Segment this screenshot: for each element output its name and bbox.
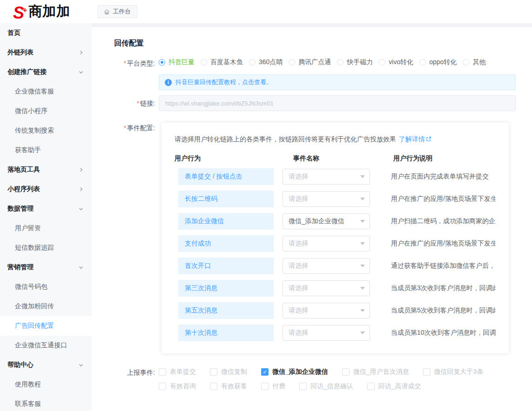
column-header-behavior: 用户行为 xyxy=(175,154,293,163)
checkbox-icon xyxy=(342,368,350,376)
radio-360-dianjing[interactable]: 360点睛 xyxy=(249,58,283,66)
platform-type-label: *平台类型: xyxy=(114,58,155,68)
sidebar-item-label: 联系客服 xyxy=(15,400,41,408)
event-table-header: 用户行为 事件名称 用户行为说明 xyxy=(175,154,496,163)
caret-down-icon xyxy=(360,242,365,245)
checkbox-wechat-add-wecom[interactable]: ✓微信_添加企业微信 xyxy=(261,368,328,376)
checkbox-form-submit[interactable]: 表单提交 xyxy=(159,368,196,376)
event-select[interactable]: 请选择 xyxy=(283,191,370,207)
learn-more-link[interactable]: 了解详情 xyxy=(399,135,431,143)
behavior-link[interactable]: 表单提交 / 按钮点击 xyxy=(178,168,274,185)
column-header-behavior-desc: 用户行为说明 xyxy=(393,154,432,163)
event-select[interactable]: 请选择 xyxy=(283,258,370,274)
radio-icon xyxy=(249,59,256,66)
sidebar-item-data-management[interactable]: 数据管理 xyxy=(0,199,92,219)
event-row-form-submit: 表单提交 / 按钮点击 请选择 用户在页面内完成表单填写并提交 xyxy=(175,168,496,185)
link-input[interactable] xyxy=(159,95,516,111)
event-select[interactable]: 请选择 xyxy=(283,280,370,296)
event-row-first-message: 首次开口 请选择 通过获客助手链接添加微信客户后，当微... xyxy=(175,258,496,274)
event-select[interactable]: 请选择 xyxy=(283,325,370,341)
caret-down-icon xyxy=(360,175,365,178)
checkbox-revisit-high-potential[interactable]: 回访_高潜成交 xyxy=(367,382,421,391)
checkbox-wechat-copy[interactable]: 微信复制 xyxy=(210,368,247,376)
checkbox-wechat-first-message[interactable]: 微信_用户首次消息 xyxy=(342,368,409,376)
sidebar-item-landing-tools[interactable]: 落地页工具 xyxy=(0,160,92,179)
event-select[interactable]: 请选择 xyxy=(283,169,370,185)
notice-row: i 抖音巨量回传配置教程，点击查看。 xyxy=(114,68,532,90)
sidebar-item-label: 创建推广链接 xyxy=(7,68,47,76)
checkbox-icon xyxy=(159,368,166,376)
sidebar-item-label: 微信号码包 xyxy=(15,283,47,291)
sidebar-item-marketing-management[interactable]: 营销管理 xyxy=(0,258,92,277)
logo-text: 商加加 xyxy=(28,2,70,20)
report-events-label: 上报事件: xyxy=(114,367,155,378)
sidebar-item-label: 微信小程序 xyxy=(15,107,47,115)
radio-icon xyxy=(463,59,469,66)
behavior-link[interactable]: 长按二维码 xyxy=(178,191,274,207)
top-header: S+ 商加加 工作台 xyxy=(0,0,532,23)
checkbox-valid-customer[interactable]: 有效获客 xyxy=(210,382,247,391)
behavior-link[interactable]: 首次开口 xyxy=(178,258,274,274)
event-row-third-message: 第三次消息 请选择 当成员第3次收到客户消息时，回调此事... xyxy=(175,280,496,297)
sidebar-item-label: 使用教程 xyxy=(15,380,41,389)
radio-kuaishou-cili[interactable]: 快手磁力 xyxy=(337,58,373,66)
event-config-card: 请选择用户转化链路上的各类事件，按链路回传将更有利于优化广告投放效果了解详情 用… xyxy=(162,123,509,353)
checkbox-icon xyxy=(423,368,431,376)
sidebar-item-customer-assistant[interactable]: 获客助手 xyxy=(0,140,92,160)
checkbox-valid-consult[interactable]: 有效咨询 xyxy=(159,382,196,391)
radio-icon xyxy=(419,59,426,66)
behavior-link[interactable]: 添加企业微信 xyxy=(178,213,274,230)
sidebar-item-sms-tracking[interactable]: 短信数据追踪 xyxy=(0,238,92,258)
behavior-link[interactable]: 第十次消息 xyxy=(178,325,274,341)
tutorial-notice[interactable]: i 抖音巨量回传配置教程，点击查看。 xyxy=(159,74,516,90)
radio-tencent-guangdiantong[interactable]: 腾讯广点通 xyxy=(289,58,331,66)
sidebar-item-ad-callback-config[interactable]: 广告回传配置 xyxy=(0,316,92,336)
sidebar-item-wecom-fans-callback[interactable]: 企微加粉回传 xyxy=(0,297,92,316)
workbench-button[interactable]: 工作台 xyxy=(97,5,137,18)
home-icon xyxy=(104,9,110,15)
chevron-right-icon xyxy=(79,187,83,192)
report-events-row: 上报事件: 表单提交 微信复制 ✓微信_添加企业微信 微信_用户首次消息 微信回… xyxy=(114,367,532,391)
sidebar-item-home[interactable]: 首页 xyxy=(0,23,92,43)
sidebar-item-tutorial[interactable]: 使用教程 xyxy=(0,375,92,394)
select-value: 请选择 xyxy=(289,329,308,337)
caret-down-icon xyxy=(360,331,365,334)
sidebar-item-copy-search[interactable]: 传统复制搜索 xyxy=(0,121,92,140)
sidebar-item-external-links[interactable]: 外链列表 xyxy=(0,43,92,62)
checkbox-icon xyxy=(299,383,307,390)
sidebar-item-wechat-miniprogram[interactable]: 微信小程序 xyxy=(0,101,92,121)
behavior-link[interactable]: 第三次消息 xyxy=(178,280,274,297)
sidebar-item-label: 小程序列表 xyxy=(7,185,40,193)
select-value: 请选择 xyxy=(289,306,308,315)
event-select[interactable]: 请选择 xyxy=(283,303,370,318)
behavior-desc: 当成员第5次收到客户消息时，回调此事... xyxy=(391,306,496,315)
event-select[interactable]: 请选择 xyxy=(283,236,370,252)
radio-vivo[interactable]: vivo转化 xyxy=(379,58,413,66)
radio-oppo[interactable]: oppo转化 xyxy=(419,58,457,66)
event-select[interactable]: 微信_添加企业微信 xyxy=(283,213,370,229)
sidebar-item-create-promo-link[interactable]: 创建推广链接 xyxy=(0,62,92,82)
sidebar-item-miniprogram-list[interactable]: 小程序列表 xyxy=(0,179,92,199)
workbench-label: 工作台 xyxy=(113,7,131,16)
platform-radio-group: 抖音巨量 百度基木鱼 360点睛 腾讯广点通 快手磁力 vivo转化 oppo转… xyxy=(159,58,492,66)
behavior-link[interactable]: 支付成功 xyxy=(178,235,274,252)
sidebar: 首页 外链列表 创建推广链接 企业微信客服 微信小程序 传统复制搜索 获客助手 … xyxy=(0,23,92,411)
behavior-desc: 用户在推广的应用/落地页场景下发生的... xyxy=(391,195,496,203)
radio-douyin-juliang[interactable]: 抖音巨量 xyxy=(159,58,195,66)
sidebar-item-label: 用户留资 xyxy=(15,224,41,232)
logo-s-icon: S+ xyxy=(13,2,26,21)
checkbox-wechat-reply-gt3[interactable]: 微信回复大于3条 xyxy=(423,368,484,376)
chevron-down-icon xyxy=(79,265,83,270)
sidebar-item-user-leads[interactable]: 用户留资 xyxy=(0,219,92,238)
checkbox-revisit-info-confirm[interactable]: 回访_信息确认 xyxy=(299,382,353,391)
sidebar-item-contact-support[interactable]: 联系客服 xyxy=(0,394,92,411)
behavior-link[interactable]: 第五次消息 xyxy=(178,302,274,319)
sidebar-item-help-center[interactable]: 帮助中心 xyxy=(0,355,92,375)
sidebar-item-wecom-service[interactable]: 企业微信客服 xyxy=(0,82,92,101)
radio-baidu-jimuyu[interactable]: 百度基木鱼 xyxy=(201,58,243,66)
sidebar-item-wecom-interop-api[interactable]: 企业微信互通接口 xyxy=(0,336,92,355)
checkbox-paid[interactable]: 付费 xyxy=(261,382,285,391)
sidebar-item-wechat-number-pack[interactable]: 微信号码包 xyxy=(0,277,92,297)
event-intro: 请选择用户转化链路上的各类事件，按链路回传将更有利于优化广告投放效果了解详情 xyxy=(175,135,496,144)
radio-other[interactable]: 其他 xyxy=(463,58,485,66)
